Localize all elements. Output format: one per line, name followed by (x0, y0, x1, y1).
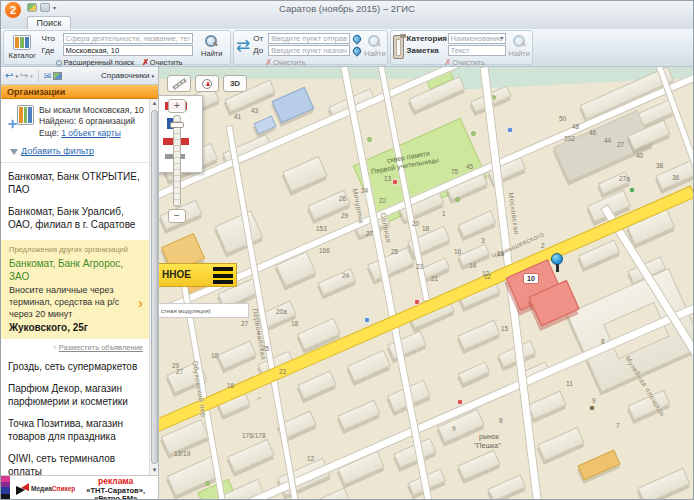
ruler-button[interactable] (167, 75, 191, 92)
house-number-label: 27а (619, 175, 630, 182)
reference-books-dropdown[interactable]: Справочники ▾ (101, 71, 154, 80)
house-number-label: 45 (466, 163, 473, 170)
add-filter-link[interactable]: Добавить фильтр (10, 146, 145, 156)
route-from-input[interactable] (268, 33, 350, 44)
map-canvas[interactable]: 3D + − ННОЕ стная модуляция) →10Чернышев… (159, 67, 693, 500)
ribbon-tabstrip: Поиск (1, 15, 693, 29)
map-pin-marker[interactable] (551, 253, 563, 272)
mediaspeaker-logo-icon (16, 483, 30, 495)
house-number-label: 44 (604, 137, 611, 144)
quick-map-icon[interactable] (27, 3, 37, 12)
notes-clear-link[interactable]: ✗Очистить (445, 58, 485, 67)
place-ad-link[interactable]: ↑ Разместить объявление (8, 343, 143, 352)
what-label: Что (42, 34, 60, 43)
map-poi-label: "Пешка" (474, 442, 501, 449)
what-input[interactable] (63, 33, 193, 44)
zoom-in-button[interactable]: + (168, 99, 186, 113)
advanced-search-link[interactable]: Расширенный поиск (56, 58, 135, 67)
note-text-input[interactable] (448, 45, 506, 56)
category-caret-icon[interactable]: ▾ (501, 34, 504, 41)
sponsored-org-link[interactable]: Банкомат, Банк Агророс, ЗАО (9, 257, 143, 283)
route-find-button[interactable]: Найти (364, 33, 385, 58)
results-list-bottom: Гроздь, сеть супермаркетовПарфюм Декор, … (8, 360, 145, 475)
map-objects-link[interactable]: 1 объект карты (61, 128, 121, 138)
map-building (217, 340, 256, 369)
route-to-input[interactable] (268, 45, 350, 56)
zoom-track[interactable] (173, 115, 181, 207)
compass-button[interactable] (195, 75, 219, 92)
zoom-out-button[interactable]: − (168, 209, 186, 223)
house-number-label: 24 (342, 272, 349, 279)
catalog-button[interactable]: Каталог (6, 33, 39, 60)
house-number-label: 23 (279, 368, 286, 375)
app-logo-icon: 2 (5, 2, 21, 18)
banner-line1: Имиджевая реклама (75, 475, 156, 487)
note-text-label: Заметка (407, 46, 445, 55)
house-number-label: 27 (617, 141, 624, 148)
map-building (347, 350, 391, 383)
where-input[interactable] (63, 45, 193, 56)
clear-search-link[interactable]: ✗Очистить (142, 58, 182, 67)
house-number-label: 7 (616, 422, 620, 429)
result-item[interactable]: Гроздь, сеть супермаркетов (8, 360, 145, 373)
mediaspeaker-brand: МедиаСпикер (31, 485, 75, 492)
house-number-label: 22 (379, 197, 386, 204)
map-building (458, 210, 497, 237)
forward-icon[interactable]: ↪ (20, 71, 28, 81)
notes-magnifier-icon (513, 35, 526, 48)
house-number-label: 29 (341, 212, 348, 219)
ad-banner[interactable]: МедиаСпикер Имиджевая реклама «ТНТ-Сарат… (1, 475, 158, 500)
scroll-thumb[interactable] (151, 110, 158, 464)
forward-caret-icon[interactable]: ▾ (30, 73, 33, 79)
house-number-label: 36 (672, 174, 679, 181)
clear-x-icon: ✗ (142, 58, 149, 67)
pick-to-on-map-icon[interactable] (352, 45, 363, 56)
result-item[interactable]: Точка Позитива, магазин товаров для праз… (8, 417, 145, 443)
map-ad-fragment-small[interactable]: стная модуляция) (159, 303, 249, 318)
tab-search[interactable]: Поиск (27, 16, 71, 29)
poi-icon (392, 179, 398, 185)
note-category-select[interactable] (448, 33, 506, 44)
house-number-label: 27 (241, 320, 248, 327)
note-category-label: Категория (407, 34, 445, 43)
map-building (282, 156, 327, 192)
title-bar: 2 ▾ Саратов (ноябрь 2015) – 2ГИС (1, 1, 693, 15)
map-building (527, 390, 566, 419)
sponsored-block: Предложения других организаций Банкомат,… (1, 240, 149, 339)
house-number-label: 153 (316, 225, 327, 232)
scroll-down-icon[interactable]: ▼ (150, 466, 158, 475)
sidebar-scrollbar[interactable]: ▲ ▼ (149, 99, 158, 475)
street-label: Московская (508, 192, 521, 235)
map-building (638, 468, 691, 500)
result-item[interactable]: Банкомат, Банк Уралсиб, ОАО, филиал в г.… (8, 205, 145, 231)
quick-print-icon[interactable] (40, 3, 50, 12)
sponsored-arrow-icon[interactable]: › (138, 295, 143, 311)
poi-icon (457, 399, 463, 405)
result-item[interactable]: Парфюм Декор, магазин парфюмерии и косме… (8, 382, 145, 408)
result-item[interactable]: QIWI, сеть терминалов оплаты (8, 452, 145, 475)
route-to-label: До (253, 46, 265, 55)
back-caret-icon[interactable]: ▾ (15, 73, 18, 79)
quick-access-caret-icon[interactable]: ▾ (53, 4, 56, 11)
find-button[interactable]: Найти (196, 33, 229, 58)
scroll-up-icon[interactable]: ▲ (150, 99, 158, 108)
zoom-handle[interactable] (170, 122, 184, 128)
house-number-label: 14 (469, 262, 476, 269)
export-icon[interactable] (53, 72, 62, 80)
route-magnifier-icon (368, 35, 381, 48)
view-3d-button[interactable]: 3D (223, 75, 247, 92)
route-clear-link[interactable]: ✗Очистить (265, 58, 305, 67)
house-number-label: 25 (391, 248, 398, 255)
mail-icon[interactable]: ✉ (44, 71, 52, 81)
result-item[interactable]: Банкомат, Банк ОТКРЫТИЕ, ПАО (8, 170, 145, 196)
notes-find-button[interactable]: Найти (509, 33, 530, 58)
tree-icon (367, 137, 372, 142)
map-building (227, 439, 275, 473)
pick-from-on-map-icon[interactable] (352, 33, 363, 44)
house-number-label: 25 (262, 345, 269, 352)
back-icon[interactable]: ↩ (5, 71, 13, 81)
map-ad-fragment-yellow[interactable]: ННОЕ (159, 263, 237, 287)
house-number-label: 24 (361, 187, 368, 194)
map-building (215, 210, 264, 254)
house-number-label: 11 (566, 380, 573, 387)
